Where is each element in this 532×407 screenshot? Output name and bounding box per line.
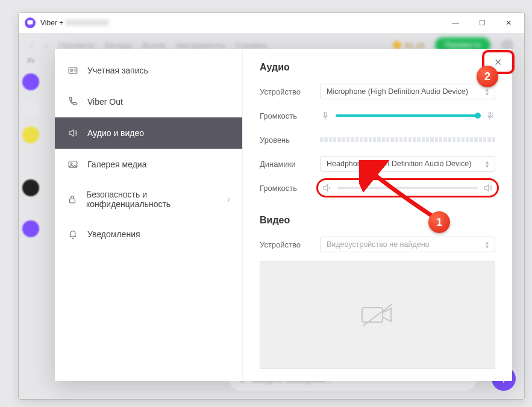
sidebar-item-label: Учетная запись [87, 66, 148, 75]
id-card-icon [67, 64, 79, 76]
sidebar-item-audio-video[interactable]: Аудио и видео [55, 117, 242, 149]
video-device-row: Устройство Видеоустройство не найдено ▴▾ [260, 237, 495, 252]
mic-device-row: Устройство Microphone (High Definition A… [260, 84, 495, 99]
bell-icon [67, 228, 79, 240]
svg-rect-6 [489, 112, 491, 117]
chevron-updown-icon: ▴▾ [486, 160, 489, 168]
mic-volume-row: Громкость [260, 108, 495, 123]
sidebar-item-notifications[interactable]: Уведомления [55, 219, 242, 250]
chevron-updown-icon: ▴▾ [486, 87, 489, 96]
sidebar-item-label: Уведомления [87, 229, 140, 239]
sidebar-item-label: Viber Out [87, 97, 123, 107]
gallery-icon [67, 158, 79, 170]
sidebar-item-label: Галерея медиа [87, 160, 146, 169]
sidebar-item-label: Аудио и видео [87, 128, 144, 138]
window-title: Viber + XXXXXXXXX [40, 19, 109, 27]
lock-icon [67, 193, 78, 205]
annotation-arrow [359, 160, 474, 232]
volume-high-icon [483, 182, 493, 193]
annotation-badge-2: 2 [477, 66, 498, 87]
chevron-updown-icon: ▴▾ [486, 240, 489, 249]
mic-device-select[interactable]: Microphone (High Definition Audio Device… [320, 84, 495, 99]
window-close-button[interactable]: ✕ [495, 14, 522, 32]
sidebar-item-media-gallery[interactable]: Галерея медиа [55, 149, 242, 180]
mic-low-icon [320, 110, 331, 121]
svg-rect-5 [325, 112, 327, 117]
maximize-button[interactable]: ☐ [469, 14, 495, 32]
minimize-button[interactable]: — [442, 14, 469, 32]
svg-point-1 [70, 69, 72, 71]
speaker-icon [67, 127, 79, 139]
mic-level-meter [320, 137, 495, 142]
settings-sidebar: Учетная запись Viber Out Аудио и видео Г… [55, 49, 243, 381]
app-window: Viber + XXXXXXXXX — ☐ ✕ ‹› Просмотр Бесе… [18, 12, 525, 400]
chevron-right-icon: › [227, 194, 230, 205]
mic-volume-slider[interactable] [320, 110, 495, 121]
annotation-badge-1: 1 [428, 211, 450, 233]
sidebar-item-security[interactable]: Безопасность и конфиденциальность › [55, 180, 242, 219]
video-preview [260, 261, 495, 369]
svg-point-3 [71, 163, 72, 164]
mic-level-row: Уровень [260, 132, 495, 148]
svg-rect-4 [70, 199, 75, 203]
phone-icon [67, 96, 79, 108]
video-device-select[interactable]: Видеоустройство не найдено ▴▾ [320, 237, 495, 252]
sidebar-item-label: Безопасность и конфиденциальность [86, 190, 219, 209]
audio-section-title: Аудио [260, 62, 495, 73]
mic-high-icon [484, 110, 495, 121]
sidebar-item-account[interactable]: Учетная запись [55, 55, 242, 86]
sidebar-item-viber-out[interactable]: Viber Out [55, 86, 242, 117]
viber-logo-icon [25, 17, 36, 28]
svg-rect-7 [362, 308, 383, 322]
svg-rect-0 [69, 67, 77, 74]
volume-low-icon [322, 182, 333, 193]
titlebar: Viber + XXXXXXXXX — ☐ ✕ [19, 13, 524, 33]
